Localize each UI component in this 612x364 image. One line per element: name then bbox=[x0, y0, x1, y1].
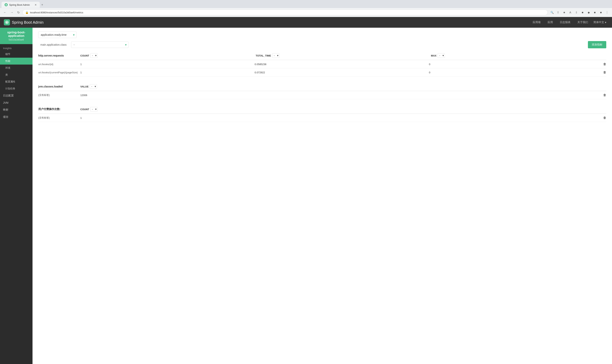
download-icon[interactable]: ⇩ bbox=[574, 10, 579, 15]
tab-close-button[interactable]: ✕ bbox=[35, 3, 37, 6]
row-uri-books-page-name: uri:/books/{currentPage}/{pageSize} bbox=[38, 71, 80, 74]
sidebar-item-classes[interactable]: 类 bbox=[0, 71, 32, 78]
new-tab-button[interactable]: + bbox=[40, 1, 44, 8]
browser-chrome: Spring Boot Admin ✕ + ← → ↻ 🔒 localhost:… bbox=[0, 0, 612, 17]
svg-marker-1 bbox=[6, 21, 8, 23]
row-uri-books-id-max: 0 bbox=[429, 63, 603, 66]
app-title: Spring Boot Admin bbox=[12, 20, 44, 25]
row-pay-notag-value: 1 bbox=[80, 117, 255, 119]
col-label-pay-count: COUNT bbox=[80, 108, 89, 111]
delete-jvm-button[interactable]: 🗑 bbox=[603, 93, 606, 97]
app-body: spring-boot-application 5d310a3d0ae6 Ins… bbox=[0, 28, 612, 364]
row-uri-books-page-count: 1 bbox=[80, 71, 255, 74]
nav-item-about[interactable]: 关于我们 bbox=[574, 17, 592, 28]
browser-tab[interactable]: Spring Boot Admin ✕ bbox=[1, 2, 40, 8]
metric-section-header-http: http.server.requests COUNT - TOTAL_TIME … bbox=[38, 51, 606, 60]
table-row: uri:/books/{currentPage}/{pageSize} 1 0.… bbox=[38, 68, 606, 77]
col-label-max: MAX bbox=[431, 54, 436, 57]
col-header-count: COUNT - bbox=[80, 53, 256, 58]
tag-select[interactable]: - bbox=[71, 41, 128, 48]
col-pay-count-select[interactable]: - bbox=[90, 107, 97, 112]
metric-select[interactable]: application.ready.time bbox=[38, 31, 77, 38]
tab-title: Spring Boot Admin bbox=[9, 3, 30, 6]
language-selector[interactable]: 简体中文 ▾ bbox=[592, 17, 608, 28]
sidebar: spring-boot-application 5d310a3d0ae6 Ins… bbox=[0, 28, 32, 364]
nav-item-logs[interactable]: 日志报表 bbox=[556, 17, 574, 28]
delete-row-1-button[interactable]: 🗑 bbox=[603, 63, 606, 66]
extension3-icon[interactable]: ■ bbox=[592, 10, 598, 15]
col-count-select[interactable]: - bbox=[90, 53, 97, 58]
delete-pay-button[interactable]: 🗑 bbox=[603, 116, 606, 119]
reload-button[interactable]: ↻ bbox=[16, 10, 21, 15]
star-icon[interactable]: ★ bbox=[561, 10, 567, 15]
main-content: application.ready.time main.application.… bbox=[32, 28, 612, 364]
sidebar-item-logconfig[interactable]: 日志配置 bbox=[0, 92, 32, 99]
forward-button[interactable]: → bbox=[9, 10, 14, 15]
delete-row-2-button[interactable]: 🗑 bbox=[603, 71, 606, 74]
sidebar-item-config[interactable]: 配置属性 bbox=[0, 78, 32, 85]
col-total-time-select-wrapper: - bbox=[272, 53, 279, 58]
col-count-select-wrapper: - bbox=[90, 53, 97, 58]
url-text: localhost:8080/instances/5d310a3d0ae6/me… bbox=[30, 11, 545, 14]
search-icon[interactable]: 🔍 bbox=[549, 10, 555, 15]
row-jvm-notag-value: 12006 bbox=[80, 94, 255, 97]
sidebar-item-mapping[interactable]: 映射 bbox=[0, 106, 32, 113]
menu-icon[interactable]: ⋮ bbox=[604, 10, 610, 15]
lock-icon: 🔒 bbox=[25, 11, 28, 14]
row-uri-books-id-name: uri:/books/{id} bbox=[38, 63, 80, 66]
metric-filter-row: application.ready.time bbox=[38, 31, 606, 38]
row-uri-books-id-count: 1 bbox=[80, 63, 255, 66]
sidebar-section-label: Insights bbox=[0, 44, 32, 51]
sidebar-app-id: 5d310a3d0ae6 bbox=[3, 38, 29, 41]
sidebar-item-env[interactable]: 环境 bbox=[0, 65, 32, 71]
translate-icon[interactable]: A bbox=[568, 10, 573, 15]
table-row: (没有标签) 1 🗑 bbox=[38, 114, 606, 122]
row-uri-books-id-total: 0.0585238 bbox=[255, 63, 429, 66]
share-icon[interactable]: ⇧ bbox=[555, 10, 561, 15]
sidebar-item-performance[interactable]: 性能 bbox=[0, 58, 32, 65]
sidebar-app-info: spring-boot-application 5d310a3d0ae6 bbox=[0, 28, 32, 44]
metric-section-user-pay: 用户付费操作次数: COUNT - (没有标签) 1 🗑 bbox=[38, 105, 606, 122]
extension1-icon[interactable]: ■ bbox=[580, 10, 585, 15]
row-uri-books-page-max: 0 bbox=[429, 71, 603, 74]
lang-label: 简体中文 bbox=[593, 21, 604, 24]
row-uri-books-page-total: 0.072922 bbox=[255, 71, 429, 74]
sidebar-item-cache[interactable]: 缓存 bbox=[0, 113, 32, 121]
sidebar-item-details[interactable]: 细节 bbox=[0, 51, 32, 58]
toolbar-icons: 🔍 ⇧ ★ A ⇩ ■ ◆ ■ ■ ⋮ bbox=[549, 10, 610, 15]
url-box[interactable]: 🔒 localhost:8080/instances/5d310a3d0ae6/… bbox=[22, 10, 548, 15]
col-value-select[interactable]: - bbox=[90, 84, 97, 89]
col-header-total-time: TOTAL_TIME - bbox=[256, 53, 431, 58]
lang-arrow-icon: ▾ bbox=[605, 21, 606, 24]
tag-select-wrapper: - bbox=[71, 41, 128, 48]
app-logo: Spring Boot Admin bbox=[4, 19, 44, 26]
sidebar-app-name: spring-boot-application bbox=[3, 31, 29, 38]
sidebar-item-jvm[interactable]: JVM bbox=[0, 99, 32, 106]
col-total-time-select[interactable]: - bbox=[272, 53, 279, 58]
col-header-value: VALUE - bbox=[80, 84, 606, 89]
extension2-icon[interactable]: ◆ bbox=[586, 10, 591, 15]
sidebar-item-scheduled[interactable]: 计划任务 bbox=[0, 85, 32, 92]
logo-svg bbox=[5, 20, 9, 24]
header-nav: 应用墙 应用 日志报表 关于我们 简体中文 ▾ bbox=[529, 17, 608, 28]
col-max-select[interactable]: - bbox=[438, 53, 445, 58]
app-header: Spring Boot Admin 应用墙 应用 日志报表 关于我们 简体中文 … bbox=[0, 17, 612, 28]
metric-section-jvm-classes: jvm.classes.loaded VALUE - (没有标签) 12006 … bbox=[38, 82, 606, 99]
col-label-total-time: TOTAL_TIME bbox=[256, 54, 271, 57]
metric-select-wrapper: application.ready.time bbox=[38, 31, 77, 38]
table-row: uri:/books/{id} 1 0.0585238 0 🗑 bbox=[38, 60, 606, 68]
logo-icon bbox=[4, 19, 10, 26]
nav-item-app[interactable]: 应用 bbox=[544, 17, 556, 28]
col-pay-count-select-wrapper: - bbox=[90, 107, 97, 112]
tab-favicon bbox=[5, 3, 8, 6]
table-row: (没有标签) 12006 🗑 bbox=[38, 91, 606, 99]
col-header-pay-count: COUNT - bbox=[80, 107, 606, 112]
nav-item-wall[interactable]: 应用墙 bbox=[529, 17, 544, 28]
extension4-icon[interactable]: ■ bbox=[598, 10, 604, 15]
tab-favicon-icon bbox=[5, 4, 7, 6]
col-label-value: VALUE bbox=[80, 85, 89, 88]
back-button[interactable]: ← bbox=[2, 10, 8, 15]
tag-label: main.application.class bbox=[38, 43, 69, 46]
tab-bar: Spring Boot Admin ✕ + bbox=[0, 0, 612, 8]
add-metric-button[interactable]: 添加指标 bbox=[588, 41, 606, 48]
